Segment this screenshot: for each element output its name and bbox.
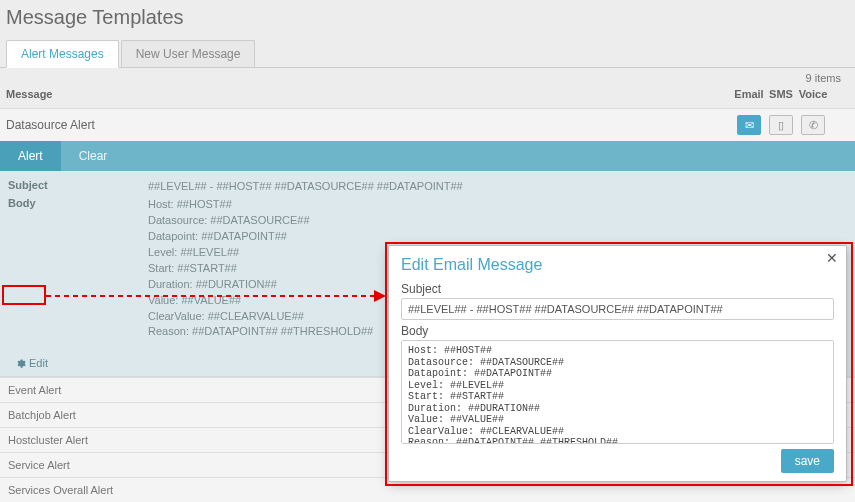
col-header-voice: Voice <box>797 88 829 100</box>
col-header-email: Email <box>733 88 765 100</box>
subtab-clear[interactable]: Clear <box>61 141 126 171</box>
col-header-message: Message <box>6 88 733 100</box>
modal-body-textarea[interactable] <box>401 340 834 444</box>
main-tabs: Alert Messages New User Message <box>0 39 855 68</box>
col-header-sms: SMS <box>765 88 797 100</box>
detail-body-label: Body <box>8 197 148 340</box>
modal-title: Edit Email Message <box>401 256 834 274</box>
gear-icon <box>15 358 26 369</box>
page-title: Message Templates <box>0 0 855 39</box>
sub-tabs: Alert Clear <box>0 141 855 171</box>
table-header: Message Email SMS Voice <box>0 84 855 108</box>
table-row-selected[interactable]: Datasource Alert ✉ ▯ ✆ <box>0 108 855 141</box>
tab-new-user-message[interactable]: New User Message <box>121 40 256 67</box>
edit-button[interactable]: Edit <box>8 354 55 372</box>
sms-icon: ▯ <box>778 119 784 132</box>
row-name-label: Datasource Alert <box>6 118 733 132</box>
modal-body-label: Body <box>401 324 834 338</box>
subtab-alert[interactable]: Alert <box>0 141 61 171</box>
edit-button-label: Edit <box>29 357 48 369</box>
modal-save-button[interactable]: save <box>781 449 834 473</box>
items-count-top: 9 items <box>0 68 855 84</box>
email-icon: ✉ <box>745 119 754 132</box>
detail-subject-label: Subject <box>8 179 148 195</box>
edit-email-modal: ✕ Edit Email Message Subject Body save <box>388 245 847 482</box>
tab-alert-messages[interactable]: Alert Messages <box>6 40 119 68</box>
sms-channel-button[interactable]: ▯ <box>769 115 793 135</box>
modal-subject-label: Subject <box>401 282 834 296</box>
detail-subject-value: ##LEVEL## - ##HOST## ##DATASOURCE## ##DA… <box>148 179 847 195</box>
voice-icon: ✆ <box>809 119 818 132</box>
voice-channel-button[interactable]: ✆ <box>801 115 825 135</box>
modal-subject-input[interactable] <box>401 298 834 320</box>
email-channel-button[interactable]: ✉ <box>737 115 761 135</box>
modal-close-button[interactable]: ✕ <box>826 250 838 266</box>
